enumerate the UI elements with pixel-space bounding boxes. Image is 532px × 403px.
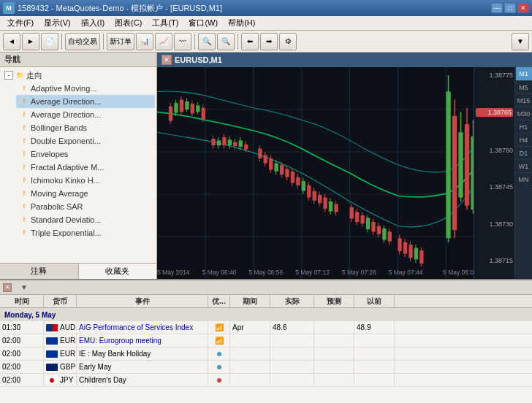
- row2-forecast: [314, 334, 354, 347]
- tf-btn-w1[interactable]: W1: [516, 159, 532, 172]
- toolbar-new-btn[interactable]: 📄: [41, 33, 58, 50]
- toolbar-forward-btn[interactable]: ►: [22, 33, 39, 50]
- row1-previous: 48.9: [354, 321, 395, 334]
- menu-help[interactable]: 帮助(H): [224, 16, 259, 30]
- toolbar-new-order-btn[interactable]: 新订单: [107, 33, 134, 50]
- row5-currency: JPY: [44, 374, 77, 386]
- svg-text:5 May 08:00: 5 May 08:00: [443, 269, 477, 276]
- row2-previous: [354, 334, 395, 347]
- row3-period: [230, 348, 270, 360]
- bottom-panel-header: ✕ ▼: [0, 280, 532, 295]
- tree-item-0[interactable]: f Adaptive Moving...: [16, 82, 155, 95]
- tree-root-item[interactable]: - 📁 走向: [4, 69, 155, 82]
- row5-previous: [354, 374, 395, 386]
- new-order-label: 新订单: [110, 37, 132, 47]
- tree-item-7[interactable]: f Ichimoku Kinko H...: [16, 174, 155, 187]
- toolbar-zoom-out-btn[interactable]: 🔍: [217, 33, 235, 50]
- tf-btn-mn[interactable]: MN: [516, 172, 532, 185]
- row1-currency: AUD: [44, 321, 77, 334]
- indicator-icon-10: f: [19, 215, 29, 225]
- tree-label-3: Bollinger Bands: [31, 123, 87, 132]
- col-forecast: 预测: [314, 295, 354, 307]
- toolbar-auto-trade-btn[interactable]: 自动交易: [65, 33, 100, 50]
- table-row[interactable]: 02:00 JPY Children's Day: [0, 374, 532, 387]
- row5-time: 02:00: [0, 374, 44, 386]
- toolbar-zoom-in-btn[interactable]: 🔍: [198, 33, 216, 50]
- window-controls[interactable]: — □ ✕: [491, 3, 529, 13]
- tree-label-1: Average Direction...: [31, 97, 101, 106]
- menu-view[interactable]: 显示(V): [39, 16, 75, 30]
- tree-item-5[interactable]: f Envelopes: [16, 147, 155, 161]
- toolbar-chart-btn1[interactable]: 📊: [136, 33, 153, 50]
- menu-window[interactable]: 窗口(W): [184, 16, 222, 30]
- folder-icon: 📁: [15, 70, 25, 80]
- table-row[interactable]: 02:00 EUR IE : May Bank Holiday: [0, 348, 532, 361]
- menu-tools[interactable]: 工具(T): [148, 16, 183, 30]
- chart-close-btn[interactable]: ✕: [162, 55, 172, 65]
- row2-event: EMU: Eurogroup meeting: [77, 334, 208, 347]
- tree-item-4[interactable]: f Double Exponenti...: [16, 134, 155, 147]
- tree-expand-root[interactable]: -: [4, 71, 13, 80]
- tree-item-1[interactable]: f Average Direction...: [16, 95, 155, 108]
- nav-tab-favorites[interactable]: 收藏夹: [79, 264, 157, 279]
- toolbar-left-btn[interactable]: ⬅: [241, 33, 259, 50]
- toolbar-settings-btn[interactable]: ⚙: [279, 33, 297, 50]
- table-row[interactable]: 02:00 EUR EMU: Eurogroup meeting 📶: [0, 334, 532, 348]
- svg-rect-54: [302, 181, 305, 191]
- tree-label-7: Ichimoku Kinko H...: [31, 176, 100, 185]
- price-labels-panel: 1.38775 1.38765 1.38760 1.38745 1.38730 …: [474, 67, 514, 279]
- tf-btn-h1[interactable]: H1: [516, 120, 532, 133]
- col-currency: 货币: [44, 295, 77, 307]
- toolbar-right-btn[interactable]: ➡: [260, 33, 278, 50]
- tree-item-8[interactable]: f Moving Average: [16, 187, 155, 200]
- indicator-icon-6: f: [19, 162, 29, 172]
- close-button[interactable]: ✕: [517, 3, 529, 13]
- flag-jp: [46, 377, 58, 384]
- svg-text:5 May 07:28: 5 May 07:28: [342, 269, 376, 276]
- tree-label-4: Double Exponenti...: [31, 137, 101, 145]
- tf-btn-m1[interactable]: M1: [516, 67, 532, 80]
- price-label-highlight: 1.38765: [476, 108, 513, 117]
- auto-trade-label: 自动交易: [68, 37, 97, 47]
- tree-item-3[interactable]: f Bollinger Bands: [16, 121, 155, 134]
- minimize-button[interactable]: —: [491, 3, 503, 13]
- tf-btn-h4[interactable]: H4: [516, 133, 532, 146]
- toolbar-back-btn[interactable]: ◄: [3, 33, 20, 50]
- svg-rect-60: [318, 195, 322, 203]
- row3-currency: EUR: [44, 348, 77, 360]
- tree-item-2[interactable]: f Average Direction...: [16, 108, 155, 121]
- row2-period: [230, 334, 270, 347]
- maximize-button[interactable]: □: [504, 3, 516, 13]
- row4-priority: [208, 361, 230, 373]
- nav-tabs: 注释 收藏夹: [0, 263, 156, 279]
- indicator-icon-11: f: [19, 228, 29, 238]
- table-row[interactable]: 02:00 GBP Early May: [0, 361, 532, 374]
- table-row[interactable]: 01:30 AUD AiG Performance of Services In…: [0, 321, 532, 334]
- nav-tab-notes[interactable]: 注释: [0, 264, 79, 279]
- dot-blue-icon-2: [217, 365, 221, 369]
- menu-chart[interactable]: 图表(C): [110, 16, 146, 30]
- tf-btn-m15[interactable]: M15: [516, 93, 532, 107]
- tf-btn-m5[interactable]: M5: [516, 80, 532, 93]
- tree-item-6[interactable]: f Fractal Adaptive M...: [16, 161, 155, 174]
- row4-previous: [354, 361, 395, 373]
- svg-text:5 May 06:40: 5 May 06:40: [202, 269, 237, 276]
- tf-btn-d1[interactable]: D1: [516, 146, 532, 159]
- flag-eu-2: [46, 350, 58, 358]
- toolbar-extra-btn[interactable]: ▼: [512, 33, 529, 50]
- tf-btn-m30[interactable]: M30: [516, 107, 532, 120]
- toolbar-chart-btn2[interactable]: 📈: [155, 33, 172, 50]
- row3-event: IE : May Bank Holiday: [77, 348, 208, 360]
- menu-insert[interactable]: 插入(I): [77, 16, 109, 30]
- price-label-3: 1.38745: [476, 183, 513, 191]
- tree-item-10[interactable]: f Standard Deviatio...: [16, 213, 155, 226]
- tree-label-6: Fractal Adaptive M...: [31, 163, 104, 172]
- tree-item-9[interactable]: f Parabolic SAR: [16, 200, 155, 213]
- chart-body[interactable]: 5 May 2014 5 May 06:40 5 May 06:56 5 May…: [157, 67, 532, 279]
- price-label-2: 1.38760: [476, 147, 513, 154]
- row3-forecast: [314, 348, 354, 360]
- toolbar-chart-btn3[interactable]: 〰: [174, 33, 191, 50]
- menu-file[interactable]: 文件(F): [3, 16, 38, 30]
- tree-item-11[interactable]: f Triple Exponential...: [16, 226, 155, 239]
- bottom-close-btn[interactable]: ✕: [3, 283, 12, 292]
